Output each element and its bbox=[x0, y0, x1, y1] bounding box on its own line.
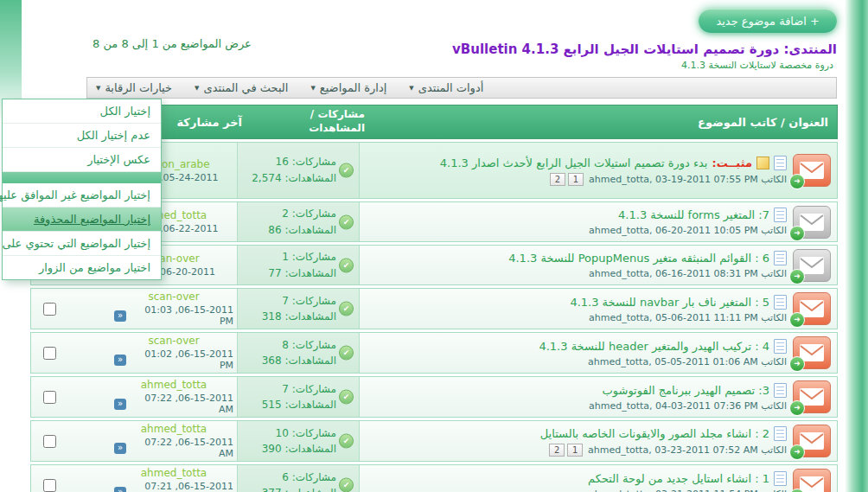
thread-select-checkbox[interactable] bbox=[43, 347, 56, 360]
views-label: المشاهدات: bbox=[284, 267, 336, 279]
last-post-date: 06-15-2011, 01:02 PM bbox=[130, 348, 233, 371]
page-number-link[interactable]: 1 bbox=[567, 444, 583, 457]
new-thread-button[interactable]: + اضافة موضوع جديد bbox=[699, 9, 837, 33]
thread-select-checkbox[interactable] bbox=[43, 479, 56, 492]
thread-title-link[interactable]: 4 : تركيب الهيدر والمتغير header للنسخة … bbox=[539, 340, 769, 353]
menu-item[interactable]: إختيار المواضيع التي تحتوي على مرفق bbox=[3, 232, 161, 256]
views-count: 377 bbox=[262, 487, 282, 492]
posts-label: مشاركات: bbox=[292, 427, 336, 439]
last-post-user[interactable]: ahmed_totta bbox=[141, 467, 207, 479]
thread-text-block: 2 : انشاء مجلد الصور والايقونات الخاصه ب… bbox=[366, 426, 787, 457]
goto-last-post-icon[interactable]: ➜ bbox=[789, 174, 805, 189]
thread-select-cell bbox=[31, 377, 111, 417]
approved-check-icon: ✔ bbox=[339, 163, 354, 178]
thread-stats-cell: ✔ مشاركات: 1 المشاهدات: 77 bbox=[237, 246, 360, 284]
posts-count: 6 bbox=[282, 471, 289, 483]
thread-title-link[interactable]: 6 : القوائم المنبثقه متغير PopupMenus لل… bbox=[508, 252, 769, 265]
thread-title-link[interactable]: بدء دورة تصميم استيلات الجيل الرابع لأحد… bbox=[440, 157, 708, 169]
views-label: المشاهدات: bbox=[284, 355, 336, 367]
goto-last-post-icon[interactable]: ➜ bbox=[789, 356, 805, 372]
views-count: 390 bbox=[262, 443, 282, 455]
last-post-user[interactable]: scan-over bbox=[148, 291, 199, 303]
envelope-icon: ➜ bbox=[793, 154, 831, 187]
menu-item[interactable]: إختيار الكل bbox=[3, 99, 161, 124]
thread-select-checkbox[interactable] bbox=[43, 435, 56, 448]
last-post-user[interactable]: ahmed_totta bbox=[141, 423, 207, 435]
goto-last-post-icon[interactable]: ➜ bbox=[789, 444, 805, 460]
last-post-arrow-icon[interactable]: « bbox=[114, 399, 126, 410]
thread-title-link[interactable]: 1 : انشاء استايل جديد من لوحة التحكم bbox=[588, 472, 769, 485]
toolbar-item-label: البحث في المنتدى bbox=[203, 81, 288, 94]
last-post-cell: scan-over 06-15-2011, 01:02 PM « bbox=[111, 333, 237, 373]
toolbar-item-manage-threads[interactable]: إدارة المواضيع ▼ bbox=[310, 81, 386, 94]
envelope-icon: ➜ bbox=[793, 380, 831, 413]
approved-check-icon: ✔ bbox=[339, 302, 354, 316]
last-post-user[interactable]: ahmed_totta bbox=[141, 379, 207, 391]
toolbar-item-forum-tools[interactable]: أدوات المنتدى ▼ bbox=[409, 81, 483, 94]
posts-label: مشاركات: bbox=[292, 251, 336, 263]
thread-title-link[interactable]: 7: المتغير forms للنسخة 4.1.3 bbox=[618, 208, 769, 221]
thread-author-line: الكاتب ahmed_totta, 03-23-2011 07:52 AM bbox=[588, 444, 787, 456]
chevron-down-icon: ▼ bbox=[195, 85, 199, 92]
thread-title-link[interactable]: 2 : انشاء مجلد الصور والايقونات الخاصه ب… bbox=[540, 427, 769, 440]
thread-title-link[interactable]: 5 : المتغير ناف بار navbar للنسخة 4.1.3 bbox=[570, 296, 769, 309]
last-post-date: 06-15-2011, 07:21 AM bbox=[130, 481, 233, 492]
goto-last-post-icon[interactable]: ➜ bbox=[789, 226, 805, 241]
thread-author-line: الكاتب ahmed_totta, 06-16-2011 08:31 PM bbox=[589, 268, 787, 279]
last-post-arrow-icon[interactable]: « bbox=[114, 443, 126, 454]
toolbar-item-search-forum[interactable]: البحث في المنتدى ▼ bbox=[195, 81, 288, 94]
table-row: ➜ 1 : انشاء استايل جديد من لوحة التحكم ا… bbox=[30, 464, 838, 492]
thread-stats-cell: ✔ مشاركات: 8 المشاهدات: 368 bbox=[237, 333, 360, 373]
thread-text-block: 7: المتغير forms للنسخة 4.1.3 الكاتب ahm… bbox=[366, 208, 787, 236]
goto-last-post-icon[interactable]: ➜ bbox=[789, 400, 805, 416]
page-edge-gradient-right bbox=[845, 0, 868, 492]
approved-check-icon: ✔ bbox=[339, 478, 354, 492]
views-label: المشاهدات: bbox=[284, 310, 336, 323]
envelope-icon: ➜ bbox=[793, 469, 831, 492]
last-post-cell: ahmed_totta 06-15-2011, 07:22 AM « bbox=[111, 377, 237, 417]
posts-label: مشاركات: bbox=[292, 295, 336, 307]
posts-label: مشاركات: bbox=[292, 208, 336, 220]
page-number-link[interactable]: 1 bbox=[568, 173, 584, 186]
results-info: عرض المواضيع من 1 إلى 8 من 8 bbox=[93, 37, 252, 50]
thread-doc-icon bbox=[774, 295, 787, 310]
menu-item[interactable]: عدم إختيار الكل bbox=[3, 124, 161, 148]
last-post-arrow-icon[interactable]: « bbox=[114, 355, 126, 366]
thread-text-block: 1 : انشاء استايل جديد من لوحة التحكم الك… bbox=[366, 471, 787, 492]
approved-check-icon: ✔ bbox=[339, 258, 354, 272]
forum-title: المنتدى: دورة تصميم استايلات الجيل الراب… bbox=[452, 42, 837, 57]
thread-select-checkbox[interactable] bbox=[43, 391, 56, 404]
last-post-arrow-icon[interactable]: « bbox=[114, 310, 126, 322]
thread-author-line: الكاتب ahmed_totta, 05-05-2011 01:06 AM bbox=[588, 356, 787, 367]
envelope-icon: ➜ bbox=[793, 336, 831, 369]
posts-count: 7 bbox=[282, 383, 289, 395]
menu-item[interactable]: إختيار المواضيع غير الموافق عليها bbox=[3, 183, 161, 208]
last-post-user[interactable]: scan-over bbox=[148, 335, 199, 347]
thread-stats-cell: ✔ مشاركات: 7 المشاهدات: 515 bbox=[237, 377, 360, 417]
views-label: المشاهدات: bbox=[284, 487, 336, 492]
page-number-link[interactable]: 2 bbox=[550, 173, 565, 186]
toolbar-item-moderation-options[interactable]: خيارات الرقابة ▼ bbox=[96, 81, 172, 94]
menu-item[interactable]: عكس الإختيار bbox=[3, 148, 161, 172]
thread-select-cell bbox=[31, 289, 111, 329]
posts-label: مشاركات: bbox=[292, 339, 336, 351]
goto-last-post-icon[interactable]: ➜ bbox=[789, 312, 805, 328]
views-label: المشاهدات: bbox=[284, 172, 336, 184]
last-post-arrow-icon[interactable]: « bbox=[114, 487, 126, 492]
page-number-link[interactable]: 2 bbox=[549, 444, 565, 457]
views-label: المشاهدات: bbox=[284, 443, 336, 455]
thread-title-link[interactable]: 3: تصميم الهيدر ببرنامج الفوتوشوب bbox=[603, 384, 769, 397]
thread-select-checkbox[interactable] bbox=[43, 303, 56, 316]
thread-author-line: الكاتب ahmed_totta, 03-21-2011 11:54 PM bbox=[589, 489, 787, 492]
envelope-icon: ➜ bbox=[793, 249, 831, 282]
menu-item[interactable]: إختيار المواضيع المحذوفة bbox=[3, 208, 161, 232]
last-post-cell: ahmed_totta 06-15-2011, 07:22 AM « bbox=[111, 421, 237, 461]
thread-author-line: الكاتب ahmed_totta, 04-03-2011 07:36 PM bbox=[589, 400, 787, 412]
thread-title-cell: ➜ 4 : تركيب الهيدر والمتغير header للنسخ… bbox=[360, 333, 837, 373]
menu-item[interactable]: اختيار مواضيع من الزوار bbox=[3, 256, 161, 279]
posts-label: مشاركات: bbox=[292, 383, 336, 395]
table-row: ➜ 4 : تركيب الهيدر والمتغير header للنسخ… bbox=[30, 332, 838, 374]
goto-last-post-icon[interactable]: ➜ bbox=[789, 269, 805, 284]
thread-title-cell: ➜ 6 : القوائم المنبثقه متغير PopupMenus … bbox=[360, 246, 837, 284]
last-post-cell: ahmed_totta 06-15-2011, 07:21 AM « bbox=[111, 465, 237, 492]
